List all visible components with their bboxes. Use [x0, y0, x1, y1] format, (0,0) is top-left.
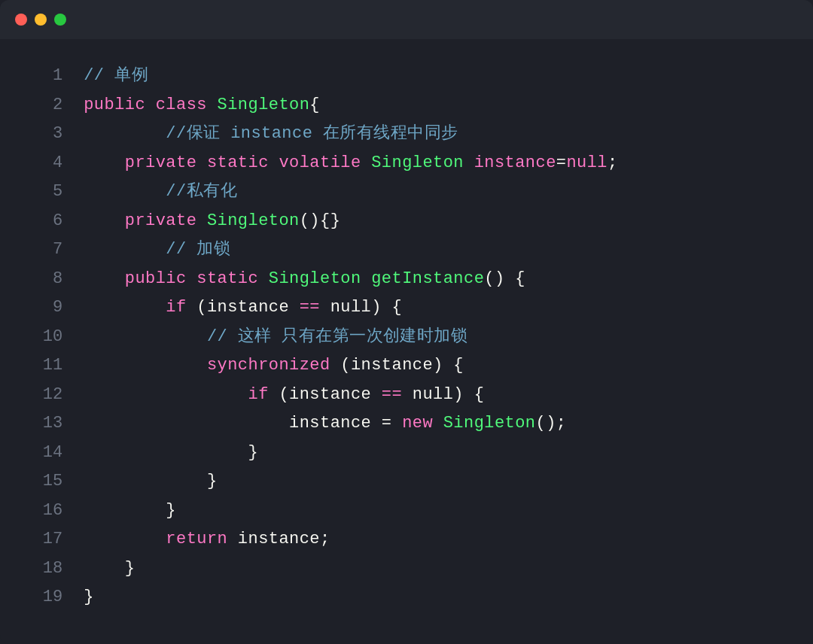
code-token: } [84, 588, 94, 606]
line-number: 14 [30, 439, 84, 468]
line-content: //私有化 [84, 178, 783, 207]
code-line: 15 } [30, 467, 783, 497]
code-token: public [84, 96, 156, 114]
line-content: instance = new Singleton(); [84, 409, 783, 439]
code-token: } [84, 472, 217, 491]
code-token: instance [84, 414, 382, 433]
code-token: null [566, 153, 607, 172]
line-number: 1 [30, 62, 84, 91]
line-number: 12 [30, 381, 84, 410]
code-line: 6 private Singleton(){} [30, 207, 783, 236]
code-line: 14 } [30, 439, 783, 468]
code-token: (instance [196, 298, 299, 317]
line-number: 9 [30, 293, 84, 323]
code-line: 9 if (instance == null) { [30, 293, 783, 323]
code-token: private [84, 211, 207, 230]
code-token: Singleton [218, 96, 310, 114]
code-line: 5 //私有化 [30, 178, 783, 207]
code-token: () { [484, 269, 525, 288]
line-number: 4 [30, 149, 84, 178]
line-number: 16 [30, 497, 84, 526]
code-line: 13 instance = new Singleton(); [30, 409, 783, 439]
code-token: public [84, 269, 196, 288]
code-token: Singleton [371, 153, 473, 172]
code-line: 19} [30, 583, 783, 612]
line-number: 8 [30, 265, 84, 294]
line-number: 3 [30, 120, 84, 149]
code-token: instance; [238, 530, 330, 548]
line-content: // 加锁 [84, 235, 783, 265]
code-token: ; [607, 153, 618, 172]
code-token: == [382, 385, 413, 404]
code-token: if [84, 385, 279, 404]
line-content: synchronized (instance) { [84, 351, 783, 381]
close-button[interactable] [15, 14, 27, 26]
line-number: 13 [30, 409, 84, 439]
line-content: private Singleton(){} [84, 207, 783, 236]
line-content: if (instance == null) { [84, 293, 783, 323]
line-number: 5 [30, 178, 84, 207]
code-line: 7 // 加锁 [30, 235, 783, 265]
code-token: } [84, 559, 135, 578]
code-token: //私有化 [84, 182, 237, 201]
code-token: Singleton [269, 269, 371, 288]
code-line: 8 public static Singleton getInstance() … [30, 265, 783, 294]
code-token: getInstance [371, 269, 484, 288]
code-window: 1// 单例2public class Singleton{3 //保证 ins… [0, 0, 813, 644]
line-content: } [84, 467, 783, 497]
line-number: 17 [30, 525, 84, 554]
code-token: if [84, 298, 196, 317]
code-token: (instance) { [340, 356, 464, 375]
code-token: } [84, 443, 258, 462]
line-content: // 这样 只有在第一次创建时加锁 [84, 323, 783, 352]
code-line: 16 } [30, 497, 783, 526]
traffic-lights [15, 14, 66, 26]
line-content: } [84, 497, 783, 526]
code-token: null) { [413, 385, 485, 404]
code-token: (instance [279, 385, 381, 404]
code-token: = [556, 153, 567, 172]
titlebar [0, 0, 813, 39]
line-number: 15 [30, 467, 84, 497]
code-table: 1// 单例2public class Singleton{3 //保证 ins… [30, 62, 783, 612]
line-number: 2 [30, 91, 84, 120]
code-line: 18 } [30, 554, 783, 584]
line-content: public class Singleton{ [84, 91, 783, 120]
line-number: 10 [30, 323, 84, 352]
line-content: } [84, 439, 783, 468]
code-token: { [309, 96, 320, 114]
code-line: 3 //保证 instance 在所有线程中同步 [30, 120, 783, 149]
line-number: 7 [30, 235, 84, 265]
code-token: Singleton [443, 414, 536, 433]
code-token: class [156, 96, 218, 114]
line-content: public static Singleton getInstance() { [84, 265, 783, 294]
line-content: } [84, 554, 783, 584]
code-line: 10 // 这样 只有在第一次创建时加锁 [30, 323, 783, 352]
line-content: // 单例 [84, 62, 783, 91]
code-token: //保证 instance 在所有线程中同步 [84, 124, 458, 143]
minimize-button[interactable] [35, 14, 47, 26]
code-token: synchronized [84, 356, 340, 375]
code-token: (); [536, 414, 567, 433]
code-token: (){} [300, 211, 341, 230]
code-line: 17 return instance; [30, 525, 783, 554]
code-line: 12 if (instance == null) { [30, 381, 783, 410]
line-content: } [84, 583, 783, 612]
line-number: 18 [30, 554, 84, 584]
code-line: 4 private static volatile Singleton inst… [30, 149, 783, 178]
code-token: static [196, 269, 269, 288]
line-number: 19 [30, 583, 84, 612]
line-content: if (instance == null) { [84, 381, 783, 410]
code-line: 1// 单例 [30, 62, 783, 91]
line-number: 11 [30, 351, 84, 381]
line-content: //保证 instance 在所有线程中同步 [84, 120, 783, 149]
code-token: // 单例 [84, 66, 148, 85]
code-area: 1// 单例2public class Singleton{3 //保证 ins… [0, 39, 813, 644]
line-content: return instance; [84, 525, 783, 554]
code-token: static [207, 153, 279, 172]
line-number: 6 [30, 207, 84, 236]
maximize-button[interactable] [54, 14, 66, 26]
code-line: 11 synchronized (instance) { [30, 351, 783, 381]
line-content: private static volatile Singleton instan… [84, 149, 783, 178]
code-token: Singleton [207, 211, 300, 230]
